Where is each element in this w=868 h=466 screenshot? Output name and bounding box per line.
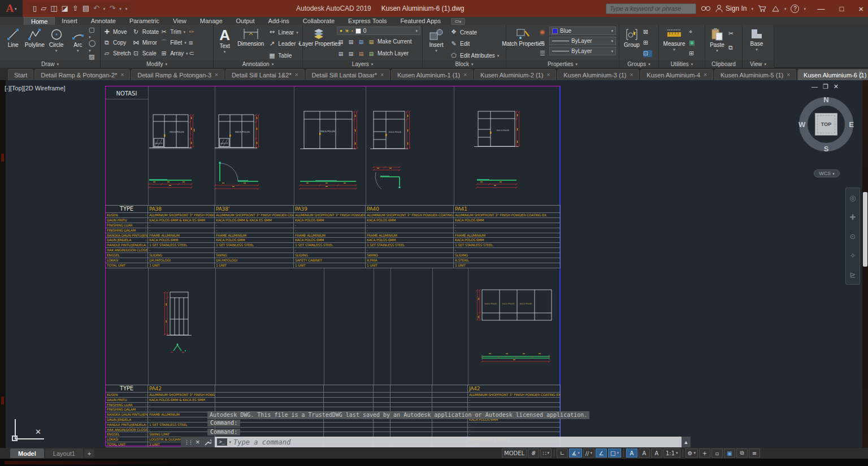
model-tab[interactable]: Model xyxy=(10,448,44,458)
linetype-select[interactable]: ByLayer▾ xyxy=(549,37,616,45)
close-button[interactable]: × xyxy=(858,4,863,14)
tab-close-icon[interactable]: × xyxy=(120,72,124,78)
trim-button[interactable]: ✂Trim▾ xyxy=(160,27,188,37)
isolate-objects-icon[interactable]: ▫ xyxy=(711,448,723,458)
layer-select[interactable]: ● ☀ ▪ 0 ▾ xyxy=(337,27,420,35)
annotation-scale-icon[interactable]: A xyxy=(651,448,662,458)
draw-panel-footer[interactable]: Draw▾ xyxy=(0,60,100,68)
tab-close-icon[interactable]: × xyxy=(463,72,467,78)
maximize-button[interactable]: □ xyxy=(839,5,844,13)
snap-mode-icon[interactable]: ∷▾ xyxy=(540,448,552,458)
properties-panel-footer[interactable]: Properties▾ xyxy=(506,60,619,68)
layout1-tab[interactable]: Layout1 xyxy=(45,448,83,458)
hardware-acceleration-icon[interactable]: ▣ xyxy=(724,448,735,458)
edit-block-button[interactable]: ✎Edit xyxy=(450,38,499,49)
ribbon-tab-output[interactable]: Output xyxy=(229,17,262,25)
layer-properties-button[interactable]: Layer Properties xyxy=(305,27,335,59)
file-tab[interactable]: Kusen Aluminium-6 (1)× xyxy=(797,69,868,80)
file-tab[interactable]: Detail Sill Lantai Dasar*× xyxy=(306,69,390,80)
file-tab[interactable]: Start xyxy=(8,69,33,80)
make-current-button[interactable]: ▤▤▤▤Make Current xyxy=(337,36,420,47)
ribbon-tab-parametric[interactable]: Parametric xyxy=(123,17,166,25)
fillet-button[interactable]: ⌒Fillet▾ xyxy=(160,37,188,48)
ribbon-tab-express-tools[interactable]: Express Tools xyxy=(341,17,393,25)
color-wheel-icon[interactable]: ◉ xyxy=(540,29,548,36)
undo-icon[interactable]: ↶ xyxy=(93,5,99,12)
file-tab-overflow-icon[interactable]: ∨∨ xyxy=(858,71,862,79)
annotation-autoscale-icon[interactable]: A xyxy=(639,448,650,458)
drawing-close-icon[interactable]: ✕ xyxy=(834,83,839,90)
autodesk-360-icon[interactable] xyxy=(771,5,780,12)
object-snap-icon[interactable]: □▾ xyxy=(608,448,621,458)
groups-panel-footer[interactable]: Groups▾ xyxy=(619,60,658,68)
layers-panel-footer[interactable]: Layers▾ xyxy=(303,60,422,68)
minimize-button[interactable]: — xyxy=(817,5,824,13)
viewcube[interactable]: N S W E TOP xyxy=(798,96,854,153)
stretch-button[interactable]: ▱Stretch xyxy=(103,48,131,59)
ribbon-tab-collaborate[interactable]: Collaborate xyxy=(296,17,341,25)
ribbon-collapse-button[interactable]: ▭▾ xyxy=(451,18,465,25)
showmotion-icon[interactable]: ⊵ xyxy=(850,271,856,279)
drawing-restore-icon[interactable]: ❐ xyxy=(823,83,828,90)
qat-customize-icon[interactable]: ▾ xyxy=(125,7,128,11)
ortho-mode-icon[interactable]: ∟ xyxy=(557,448,568,458)
clean-screen-icon[interactable]: ⧉ xyxy=(736,448,748,458)
utilities-panel-footer[interactable]: Utilities▾ xyxy=(659,60,705,68)
dimension-button[interactable]: Dimension xyxy=(236,27,266,59)
orbit-icon[interactable]: ✧ xyxy=(850,251,856,260)
app-store-cart-icon[interactable] xyxy=(758,5,767,12)
tab-close-icon[interactable]: × xyxy=(787,72,790,78)
viewcube-top-face[interactable]: TOP xyxy=(815,113,837,136)
mirror-button[interactable]: ⋈Mirror xyxy=(132,37,159,48)
polar-tracking-icon[interactable]: ∡▾ xyxy=(569,448,581,458)
command-history-toggle[interactable]: ▲ xyxy=(682,437,691,447)
wcs-menu[interactable]: WCS▾ xyxy=(814,169,840,177)
annotation-visibility-icon[interactable]: A xyxy=(626,448,637,458)
polyline-button[interactable]: Polyline xyxy=(24,27,45,59)
array-button[interactable]: ⊞Array▾ xyxy=(160,48,188,59)
copy-button[interactable]: ⧉Copy xyxy=(103,37,131,48)
navigation-wheel-icon[interactable]: ◎ xyxy=(849,194,856,202)
circle-button[interactable]: Circle▾ xyxy=(45,27,67,59)
help-icon[interactable]: ? xyxy=(791,5,799,13)
pan-icon[interactable]: ✚ xyxy=(850,213,856,221)
group-edit-icon[interactable]: ⊞ xyxy=(643,40,652,46)
group-selectable-icon[interactable]: ⊡ xyxy=(643,50,652,57)
match-layer-button[interactable]: ▤▤▤▤Match Layer xyxy=(337,48,420,59)
object-snap-tracking-icon[interactable]: ∠ xyxy=(596,448,607,458)
workspace-switching-icon[interactable]: ⚙▾ xyxy=(685,448,698,458)
scrollbar-thumb[interactable] xyxy=(863,192,867,267)
file-tab[interactable]: Kusen Aluminium-1 (1)× xyxy=(391,69,473,80)
file-tab[interactable]: Kusen Aluminium-5 (1)× xyxy=(714,69,796,80)
linetype-list-icon[interactable]: ≡ xyxy=(540,40,548,46)
sign-in-button[interactable]: Sign In xyxy=(715,5,747,12)
base-button[interactable]: Base▾ xyxy=(745,27,769,59)
cut-clip-icon[interactable]: ✂ xyxy=(728,31,736,37)
lineweight-list-icon[interactable]: ☰ xyxy=(540,50,548,57)
file-tab[interactable]: Kusen Aluminium-4× xyxy=(640,69,713,80)
save-as-icon[interactable]: ◪ xyxy=(61,5,68,12)
drawing-sheet[interactable]: NOTASI KACA POLOS KACA ES xyxy=(105,86,561,446)
copy-clip-icon[interactable]: ⧉ xyxy=(728,45,736,51)
ribbon-tab-insert[interactable]: Insert xyxy=(55,17,84,25)
command-customize-icon[interactable] xyxy=(203,438,211,446)
scale-button[interactable]: ⊡Scale xyxy=(132,48,159,59)
offset-icon[interactable]: ⊂ xyxy=(189,50,194,57)
match-properties-button[interactable]: Match Properties xyxy=(509,27,538,59)
command-bar-grip[interactable]: ⋮⋮ xyxy=(184,439,192,445)
plot-icon[interactable]: ▤ xyxy=(83,5,89,12)
paste-button[interactable]: Paste▾ xyxy=(708,27,727,59)
ribbon-tab-add-ins[interactable]: Add-ins xyxy=(262,17,296,25)
vertical-scrollbar[interactable] xyxy=(862,80,868,448)
rectangle-icon[interactable]: ▢ ▾ xyxy=(89,27,98,40)
tab-close-icon[interactable]: × xyxy=(630,72,633,78)
quick-calculator-icon[interactable]: ⊞ xyxy=(689,50,698,57)
quick-select-icon[interactable]: ▣ xyxy=(689,40,698,46)
annotation-scale-value[interactable]: 1:1▾ xyxy=(663,448,680,458)
ribbon-tab-featured-apps[interactable]: Featured Apps xyxy=(393,17,448,25)
customization-icon[interactable]: ≡ xyxy=(749,448,760,458)
redo-icon[interactable]: ↷ xyxy=(109,5,115,12)
model-space-button[interactable]: MODEL xyxy=(502,448,527,458)
file-tab[interactable]: Kusen Aluminium-2 (1)× xyxy=(474,69,556,80)
id-point-icon[interactable]: ⌖ xyxy=(689,29,698,36)
